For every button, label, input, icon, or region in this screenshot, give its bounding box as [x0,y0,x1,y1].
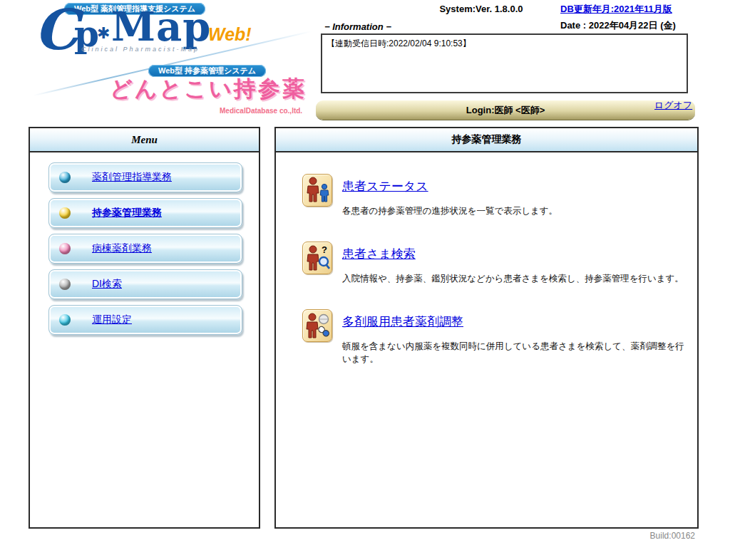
menu-list: 薬剤管理指導業務 持参薬管理業務 病棟薬剤業務 DI検索 運用設定 [30,152,259,335]
main-panel: 持参薬管理業務 患者ステータス 各患者の持参薬管理の進捗状況を一覧で表示します。 [274,127,699,529]
logo-map-text: Map [111,3,211,50]
menu-item-operation-settings[interactable]: 運用設定 [48,305,242,335]
menu-item-label: 薬剤管理指導業務 [92,171,172,184]
main-item-body: 患者さま検索 入院情報や、持参薬、鑑別状況などから患者さまを検索し、持参薬管理を… [342,242,692,285]
logo-web-text: Web! [208,24,252,45]
logo-letter-c: C [34,0,78,62]
menu-item-brought-in-medication[interactable]: 持参薬管理業務 [48,198,242,228]
svg-text:?: ? [322,244,327,255]
main-item-polypharmacy-adjust: 多剤服用患者薬剤調整 頓服を含まない内服薬を複数同時に併用している患者さまを検索… [302,309,697,365]
information-title: − Information − [324,21,391,32]
menu-item-label: 持参薬管理業務 [92,207,162,219]
system-version: System:Ver. 1.8.0.0 [410,4,553,14]
company-name: MedicalDatabase co.,ltd. [220,107,302,115]
menu-item-di-search[interactable]: DI検索 [48,269,242,299]
orb-icon [59,207,71,219]
db-update-link[interactable]: DB更新年月:2021年11月版 [560,3,672,16]
main-panel-title: 持参薬管理業務 [276,128,697,152]
main-item-body: 患者ステータス 各患者の持参薬管理の進捗状況を一覧で表示します。 [342,174,692,217]
main-item-body: 多剤服用患者薬剤調整 頓服を含まない内服薬を複数同時に併用している患者さまを検索… [342,309,692,365]
page: Web型 薬剤管理指導支援システム C p ✱ Map Web! Clinica… [0,0,740,560]
information-message: 【連動受信日時:2022/02/04 9:10:53】 [327,38,471,48]
medication-adjust-icon [302,309,332,342]
menu-item-drug-management-guidance[interactable]: 薬剤管理指導業務 [48,162,242,192]
date-label: Date : 2022年04月22日 (金) [560,19,676,32]
logoff-link[interactable]: ログオフ [654,99,692,112]
patient-status-link[interactable]: 患者ステータス [342,180,428,193]
login-status-bar: Login:医師 <医師> [316,100,695,120]
polypharmacy-adjust-link[interactable]: 多剤服用患者薬剤調整 [342,315,463,328]
menu-item-ward-pharmacy[interactable]: 病棟薬剤業務 [48,234,242,264]
patient-status-description: 各患者の持参薬管理の進捗状況を一覧で表示します。 [342,204,692,217]
product-title: どんとこい持参薬 [110,74,307,104]
patient-search-link[interactable]: 患者さま検索 [342,247,416,261]
menu-panel: Menu 薬剤管理指導業務 持参薬管理業務 病棟薬剤業務 DI検索 運用設定 [29,127,260,529]
orb-icon [59,172,71,183]
menu-item-label: 運用設定 [92,313,132,326]
main-item-patient-status: 患者ステータス 各患者の持参薬管理の進捗状況を一覧で表示します。 [302,174,697,217]
orb-icon [59,314,71,326]
build-number: Build:00162 [610,531,695,541]
orb-icon [59,243,71,254]
menu-item-label: DI検索 [92,278,122,291]
polypharmacy-adjust-description: 頓服を含まない内服薬を複数同時に併用している患者さまを検索して、薬剤調整を行いま… [342,340,692,365]
logo-area: Web型 薬剤管理指導支援システム C p ✱ Map Web! Clinica… [29,0,335,123]
patients-icon [302,174,332,207]
menu-item-label: 病棟薬剤業務 [92,242,152,255]
main-item-patient-search: ? 患者さま検索 入院情報や、持参薬、鑑別状況などから患者さまを検索し、持参薬管… [302,242,697,285]
orb-icon [59,279,71,290]
logo-subtitle: Clinical Pharmacist-Map [81,46,200,53]
logo-star-icon: ✱ [97,24,110,43]
login-label: Login:医師 <医師> [466,105,545,115]
menu-panel-title: Menu [30,128,259,152]
patient-search-icon: ? [302,242,332,274]
patient-search-description: 入院情報や、持参薬、鑑別状況などから患者さまを検索し、持参薬管理を行います。 [342,272,692,285]
information-box: 【連動受信日時:2022/02/04 9:10:53】 [321,33,688,93]
